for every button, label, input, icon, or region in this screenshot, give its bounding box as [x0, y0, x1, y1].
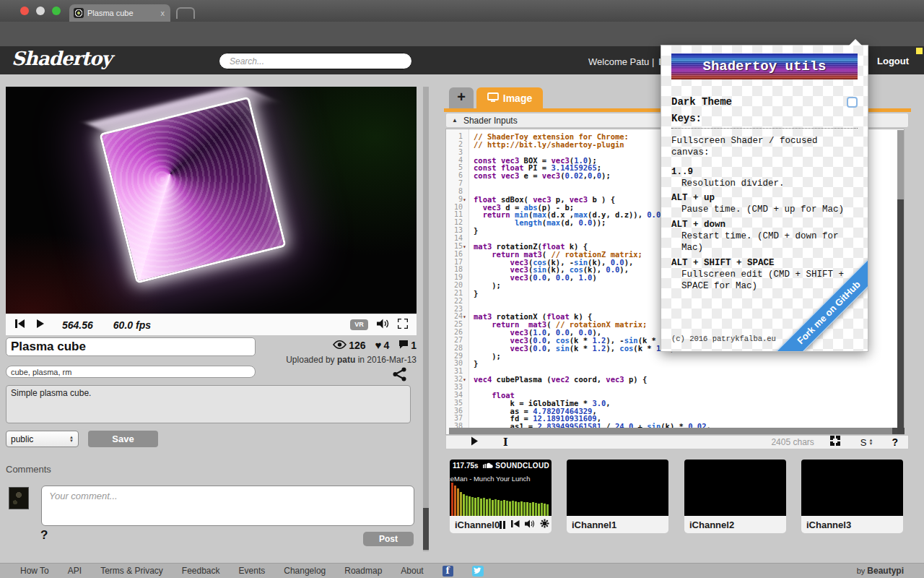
shadertoy-favicon	[74, 8, 84, 18]
comment-help-link[interactable]: ?	[40, 528, 48, 543]
vr-button[interactable]: VR	[350, 319, 368, 330]
github-ribbon[interactable]: Fork me on GitHub	[762, 246, 868, 351]
editor-help-link[interactable]: ?	[892, 436, 898, 448]
shader-stats: 126 ♥4 1	[303, 339, 417, 351]
ichannel3-slot[interactable]: iChannel3	[801, 460, 903, 533]
channel-rewind-icon[interactable]	[510, 519, 520, 530]
tab-image-label: Image	[503, 92, 532, 104]
browser-tab[interactable]: Plasma cube x	[69, 4, 170, 22]
ichannel0-slot[interactable]: 117.75s SOUNDCLOUD ceMan - Munch Your Lu…	[450, 460, 552, 533]
popup-banner: Shadertoy utils	[671, 53, 858, 79]
footer-link-terms-privacy[interactable]: Terms & Privacy	[100, 566, 163, 576]
site-credit: by Beautypi	[857, 566, 904, 576]
ichannel1-label: iChannel1	[572, 519, 616, 530]
editor-fullscreen-icon[interactable]	[830, 436, 840, 449]
site-footer: How ToAPITerms & PrivacyFeedbackEventsCh…	[0, 563, 924, 578]
left-scrollbar-thumb[interactable]	[423, 508, 429, 550]
description-textarea[interactable]	[6, 385, 411, 423]
tab-title: Plasma cube	[87, 9, 156, 17]
twitter-icon[interactable]	[472, 566, 484, 577]
beautypi-link[interactable]: Beautypi	[867, 566, 904, 576]
ibeam-icon[interactable]: I	[503, 436, 508, 448]
editor-vscrollbar[interactable]	[897, 130, 904, 434]
footer-link-changelog[interactable]: Changelog	[284, 566, 326, 576]
save-button[interactable]: Save	[88, 431, 158, 447]
channel-pause-icon[interactable]	[500, 521, 505, 529]
shortcut-item: ALT + upPause time. (CMD + up for Mac)	[671, 192, 859, 216]
channel-volume-icon[interactable]	[525, 519, 535, 530]
accordion-triangle-icon: ▲	[452, 117, 458, 124]
comment-textarea[interactable]	[41, 486, 414, 526]
channel-settings-icon[interactable]	[540, 519, 549, 530]
comment-count: 1	[411, 340, 417, 351]
minimize-window-button[interactable]	[36, 7, 45, 15]
shadertoy-logo[interactable]: Shadertoy	[12, 48, 111, 69]
font-size-arrows-icon: ▲▼	[868, 439, 873, 446]
github-ribbon-wrap: Fork me on GitHub	[759, 243, 868, 351]
visibility-value: public	[11, 434, 33, 444]
editor-statusbar: I 2405 chars S ▲▼ ?	[445, 435, 909, 449]
footer-link-how-to[interactable]: How To	[20, 566, 49, 576]
author-link[interactable]: patu	[337, 355, 355, 365]
editor-vscrollbar-thumb[interactable]	[897, 199, 904, 434]
playback-time: 564.56	[62, 319, 93, 331]
background-tab[interactable]	[176, 7, 195, 19]
player-controls: 564.56 60.0 fps VR	[6, 314, 417, 335]
shortcut-item: 1..9Resolution divider.	[671, 166, 859, 190]
shader-inputs-label: Shader Inputs	[463, 116, 518, 126]
ichannel1-slot[interactable]: iChannel1	[567, 460, 668, 533]
ichannel2-screen	[684, 460, 786, 516]
ichannel0-label: iChannel0	[455, 519, 500, 530]
footer-link-events[interactable]: Events	[239, 566, 266, 576]
tags-input[interactable]	[6, 366, 256, 378]
comments-heading: Comments	[6, 464, 51, 475]
soundcloud-cloud-icon	[483, 462, 493, 470]
editor-hscrollbar[interactable]	[449, 428, 897, 434]
keys-heading: Keys:	[671, 113, 702, 124]
soundcloud-time: 117.75s	[453, 462, 479, 470]
logout-link[interactable]: Logout	[877, 56, 909, 66]
fullscreen-icon[interactable]	[398, 319, 408, 332]
footer-link-about[interactable]: About	[401, 566, 423, 576]
dark-theme-checkbox[interactable]	[847, 97, 858, 108]
ichannel0-label-bar: iChannel0	[450, 516, 552, 533]
rewind-icon[interactable]	[14, 319, 25, 332]
facebook-icon[interactable]: f	[443, 566, 453, 577]
popup-divider	[671, 128, 858, 129]
shader-canvas[interactable]	[6, 87, 417, 314]
search-input[interactable]	[219, 53, 412, 69]
popup-arrow	[849, 39, 862, 46]
close-window-button[interactable]	[20, 7, 29, 15]
shortcuts-intro: Fullscreen Shader / focused canvas:	[671, 135, 859, 159]
volume-icon[interactable]	[377, 319, 389, 332]
yellow-indicator	[916, 48, 923, 54]
likes-count: 4	[383, 340, 389, 351]
footer-links: How ToAPITerms & PrivacyFeedbackEventsCh…	[20, 566, 424, 576]
footer-link-feedback[interactable]: Feedback	[182, 566, 220, 576]
add-tab-button[interactable]: +	[449, 87, 474, 108]
footer-link-api[interactable]: API	[68, 566, 82, 576]
compile-icon[interactable]	[471, 436, 479, 449]
tab-close-icon[interactable]: x	[160, 9, 167, 17]
ichannel2-slot[interactable]: iChannel2	[684, 460, 786, 533]
visibility-select[interactable]: public ▲▼	[6, 431, 79, 447]
zoom-window-button[interactable]	[52, 7, 61, 15]
ichannel2-label: iChannel2	[689, 519, 734, 530]
audio-spectrum	[451, 481, 552, 516]
font-size-select[interactable]: S ▲▼	[860, 437, 873, 448]
views-count: 126	[349, 340, 365, 351]
share-icon[interactable]	[392, 366, 408, 385]
fps-counter: 60.0 fps	[113, 319, 151, 331]
post-button[interactable]: Post	[363, 532, 414, 546]
shader-title-input[interactable]	[6, 337, 256, 356]
ichannel3-label: iChannel3	[806, 519, 851, 530]
left-panel-scrollbar[interactable]	[423, 87, 429, 551]
heart-icon[interactable]: ♥	[375, 339, 382, 351]
footer-link-roadmap[interactable]: Roadmap	[344, 566, 382, 576]
shadertoy-utils-popup: Shadertoy utils Dark Theme Keys: Fullscr…	[661, 45, 868, 352]
user-avatar	[9, 487, 29, 509]
tab-image[interactable]: Image	[476, 87, 543, 108]
comment-bubble-icon	[398, 340, 409, 351]
char-count: 2405 chars	[771, 437, 814, 447]
play-icon[interactable]	[36, 319, 45, 332]
